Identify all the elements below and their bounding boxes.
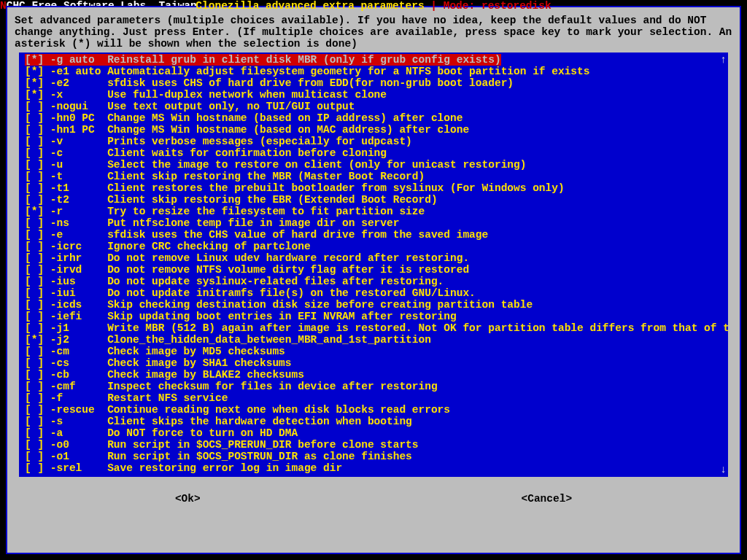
option-flag: -hn0 PC [50,112,107,124]
option-flag: -nogui [50,101,107,112]
option-checkbox[interactable]: [ ] [25,171,50,182]
option-checkbox[interactable]: [ ] [25,369,50,381]
option-checkbox[interactable]: [ ] [25,381,50,392]
option-checkbox[interactable]: [ ] [25,322,50,334]
option-row[interactable]: [ ] -c Client waits for confirmation bef… [25,147,728,159]
option-checkbox[interactable]: [ ] [25,194,50,206]
option-row[interactable]: [ ] -srel Save restoring error log in im… [25,462,728,474]
option-checkbox[interactable]: [ ] [25,276,50,287]
option-checkbox[interactable]: [ ] [25,101,50,112]
option-checkbox[interactable]: [ ] [25,182,50,194]
option-row[interactable]: [ ] -u Select the image to restore on cl… [25,159,728,171]
dialog-title: Clonezilla advanced extra parameters | M… [7,0,740,12]
option-row[interactable]: [ ] -nogui Use text output only, no TUI/… [25,101,728,112]
cancel-button[interactable]: <Cancel> [518,493,575,505]
option-row[interactable]: [ ] -icrc Ignore CRC checking of partclo… [25,241,728,252]
option-checkbox[interactable]: [*] [25,206,50,217]
option-description: Use full-duplex network when multicast c… [107,89,387,101]
option-description: Client skips the hardware detection when… [107,416,412,427]
options-listbox[interactable]: ↑ [*] -g auto Reinstall grub in client d… [19,52,728,477]
scroll-up-icon[interactable]: ↑ [720,54,727,66]
option-row[interactable]: [*] -r Try to resize the filesystem to f… [25,206,728,217]
option-flag: -cmf [50,381,107,392]
option-row[interactable]: [ ] -ius Do not update syslinux-related … [25,276,728,287]
option-row[interactable]: [ ] -o0 Run script in $OCS_PRERUN_DIR be… [25,439,728,451]
option-row[interactable]: [ ] -irvd Do not remove NTFS volume dirt… [25,264,728,276]
option-checkbox[interactable]: [ ] [25,346,50,357]
option-row[interactable]: [ ] -e sfdisk uses the CHS value of hard… [25,229,728,241]
option-row[interactable]: [ ] -cm Check image by MD5 checksums [25,346,728,357]
option-description: Do not remove Linux udev hardware record… [107,252,469,264]
option-row[interactable]: [*] -g auto Reinstall grub in client dis… [25,54,728,66]
option-row[interactable]: [ ] -ns Put ntfsclone temp file in image… [25,217,728,229]
option-checkbox[interactable]: [ ] [25,217,50,229]
option-row[interactable]: [ ] -f Restart NFS service [25,392,728,404]
option-row[interactable]: [ ] -icds Skip checking destination disk… [25,299,728,311]
option-row[interactable]: [ ] -rescue Continue reading next one wh… [25,404,728,416]
option-checkbox[interactable]: [ ] [25,252,50,264]
option-checkbox[interactable]: [ ] [25,136,50,147]
option-description: Select the image to restore on client (o… [107,159,526,171]
option-flag: -e1 auto [50,66,107,77]
option-checkbox[interactable]: [ ] [25,392,50,404]
option-description: Inspect checksum for files in device aft… [107,381,437,392]
option-description: Skip updating boot entries in EFI NVRAM … [107,311,457,322]
option-checkbox[interactable]: [ ] [25,404,50,416]
option-row[interactable]: [*] -j2 Clone_the_hidden_data_between_MB… [25,334,728,346]
option-row[interactable]: [ ] -v Prints verbose messages (especial… [25,136,728,147]
option-checkbox[interactable]: [ ] [25,241,50,252]
option-checkbox[interactable]: [ ] [25,264,50,276]
option-row[interactable]: [ ] -hn1 PC Change MS Win hostname (base… [25,124,728,136]
option-checkbox[interactable]: [ ] [25,112,50,124]
option-flag: -e [50,229,107,241]
option-row[interactable]: [ ] -irhr Do not remove Linux udev hardw… [25,252,728,264]
option-description: sfdisk uses CHS of hard drive from EDD(f… [107,77,514,89]
option-description: Clone_the_hidden_data_between_MBR_and_1s… [107,334,431,346]
option-row[interactable]: [ ] -t2 Client skip restoring the EBR (E… [25,194,728,206]
option-row[interactable]: [ ] -a Do NOT force to turn on HD DMA [25,427,728,439]
option-checkbox[interactable]: [ ] [25,462,50,474]
option-checkbox[interactable]: [ ] [25,229,50,241]
dialog-title-left: Clonezilla advanced extra parameters [190,0,431,12]
option-row[interactable]: [*] -e2 sfdisk uses CHS of hard drive fr… [25,77,728,89]
option-checkbox[interactable]: [*] [25,66,50,77]
option-checkbox[interactable]: [*] [25,54,50,66]
option-flag: -t2 [50,194,107,206]
option-flag: -irhr [50,252,107,264]
option-checkbox[interactable]: [ ] [25,416,50,427]
option-description: Try to resize the filesystem to fit part… [107,206,425,217]
option-checkbox[interactable]: [ ] [25,427,50,439]
option-row[interactable]: [ ] -o1 Run script in $OCS_POSTRUN_DIR a… [25,451,728,462]
option-row[interactable]: [*] -e1 auto Automatically adjust filesy… [25,66,728,77]
scroll-down-icon[interactable]: ↓ [720,464,727,475]
option-checkbox[interactable]: [*] [25,89,50,101]
option-checkbox[interactable]: [*] [25,334,50,346]
option-row[interactable]: [ ] -cs Check image by SHA1 checksums [25,357,728,369]
option-description: Run script in $OCS_POSTRUN_DIR as clone … [107,451,412,462]
option-checkbox[interactable]: [ ] [25,357,50,369]
option-row[interactable]: [ ] -hn0 PC Change MS Win hostname (base… [25,112,728,124]
option-checkbox[interactable]: [ ] [25,439,50,451]
option-row[interactable]: [ ] -j1 Write MBR (512 B) again after im… [25,322,728,334]
option-description: Check image by SHA1 checksums [107,357,291,369]
option-description: Save restoring error log in image dir [107,462,342,474]
option-row[interactable]: [ ] -cmf Inspect checksum for files in d… [25,381,728,392]
option-checkbox[interactable]: [ ] [25,299,50,311]
option-flag: -iefi [50,311,107,322]
ok-button[interactable]: <Ok> [172,493,204,505]
option-checkbox[interactable]: [ ] [25,287,50,299]
option-row[interactable]: [ ] -iui Do not update initramfs file(s)… [25,287,728,299]
option-checkbox[interactable]: [ ] [25,451,50,462]
option-description: Automatically adjust filesystem geometry… [107,66,589,77]
option-checkbox[interactable]: [ ] [25,147,50,159]
option-checkbox[interactable]: [*] [25,77,50,89]
option-row[interactable]: [*] -x Use full-duplex network when mult… [25,89,728,101]
option-row[interactable]: [ ] -s Client skips the hardware detecti… [25,416,728,427]
option-row[interactable]: [ ] -t1 Client restores the prebuilt boo… [25,182,728,194]
option-row[interactable]: [ ] -t Client skip restoring the MBR (Ma… [25,171,728,182]
option-checkbox[interactable]: [ ] [25,124,50,136]
option-checkbox[interactable]: [ ] [25,159,50,171]
option-row[interactable]: [ ] -cb Check image by BLAKE2 checksums [25,369,728,381]
option-row[interactable]: [ ] -iefi Skip updating boot entries in … [25,311,728,322]
option-checkbox[interactable]: [ ] [25,311,50,322]
